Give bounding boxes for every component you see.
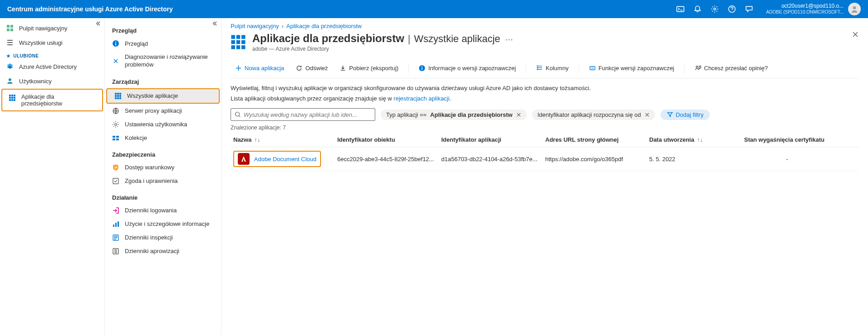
nav-all-services[interactable]: Wszystkie usługi	[0, 35, 104, 50]
sub-conditional-access[interactable]: Dostęp warunkowy	[105, 161, 221, 174]
svg-rect-33	[116, 139, 119, 140]
svg-rect-41	[236, 35, 241, 39]
apps-grid-icon	[114, 92, 122, 100]
svg-rect-26	[117, 97, 119, 99]
nav-dashboard[interactable]: Pulpit nawigacyjny	[0, 21, 104, 35]
svg-point-52	[537, 69, 538, 70]
refresh-button[interactable]: Odśwież	[291, 63, 332, 73]
nav-enterprise-apps[interactable]: Aplikacje dla przedsiębiorstw	[1, 89, 103, 111]
new-app-button[interactable]: Nowa aplikacja	[231, 63, 288, 73]
sub-usage[interactable]: Użycie i szczegółowe informacje	[105, 217, 221, 231]
th-url[interactable]: Adres URL strony głównej	[545, 136, 649, 143]
settings-icon[interactable]	[710, 5, 719, 14]
th-name[interactable]: Nazwa↑↓	[233, 136, 337, 143]
add-filter-button[interactable]: Dodaj filtry	[660, 110, 710, 120]
svg-rect-25	[115, 97, 117, 99]
download-button[interactable]: Pobierz (eksportuj)	[335, 63, 403, 73]
apps-table: Nazwa↑↓ Identyfikator obiektu Identyfika…	[231, 133, 859, 171]
proxy-icon	[112, 107, 119, 115]
preview-info-button[interactable]: Informacje o wersji zapoznawczej	[414, 63, 520, 73]
sub-audit[interactable]: Dzienniki inspekcji	[105, 231, 221, 244]
app-registrations-link[interactable]: rejestracjach aplikacji	[394, 95, 450, 102]
user-org: ADOBE (SPOD110.ONMICROSOFT...	[766, 9, 844, 15]
svg-point-54	[696, 66, 698, 68]
page-subtitle: adobe — Azure Active Directory	[252, 46, 513, 52]
avatar[interactable]	[848, 3, 861, 15]
main-content: Pulpit nawigacyjny › Aplikacje dla przed…	[222, 18, 868, 335]
usage-icon	[112, 220, 119, 228]
adobe-icon	[238, 153, 250, 165]
send-feedback-button[interactable]: Chcesz przesłać opinię?	[690, 63, 772, 73]
subnav-collapse-icon[interactable]	[212, 20, 217, 28]
cell-created: 5. 5. 2022	[649, 156, 744, 163]
search-box[interactable]	[231, 108, 375, 121]
notifications-icon[interactable]	[693, 5, 702, 14]
preview-features-button[interactable]: Funkcje wersji zapoznawczej	[585, 63, 679, 73]
toolbar: Nowa aplikacja Odśwież Pobierz (eksportu…	[231, 58, 859, 78]
sub-consent[interactable]: Zgoda i uprawnienia	[105, 174, 221, 188]
filter-row: Typ aplikacji == Aplikacje dla przedsięb…	[231, 108, 859, 121]
feedback-icon[interactable]	[745, 5, 754, 14]
sort-icon[interactable]: ↑↓	[254, 136, 260, 143]
more-actions-icon[interactable]: ⋯	[505, 34, 513, 44]
svg-rect-30	[113, 136, 115, 138]
svg-rect-24	[119, 95, 121, 97]
help-icon[interactable]	[727, 5, 736, 14]
svg-rect-36	[115, 223, 117, 227]
svg-rect-40	[231, 35, 235, 39]
topbar: Centrum administracyjne usługi Azure Act…	[0, 0, 868, 18]
svg-rect-4	[7, 25, 9, 28]
topbar-user[interactable]: oct20user1@spod110.o... ADOBE (SPOD110.O…	[766, 3, 861, 15]
sub-collections[interactable]: Kolekcje	[105, 131, 221, 145]
table-row[interactable]: Adobe Document Cloud 6ecc2029-abe3-44c5-…	[231, 147, 859, 171]
filter-pill-app-id[interactable]: Identyfikator aplikacji rozpoczyna się o…	[532, 110, 655, 120]
svg-rect-46	[231, 45, 235, 49]
breadcrumb-enterprise-apps[interactable]: Aplikacje dla przedsiębiorstw	[286, 23, 362, 29]
sub-all-apps[interactable]: Wszystkie aplikacje	[106, 88, 220, 104]
svg-point-8	[9, 78, 11, 81]
app-name-link[interactable]: Adobe Document Cloud	[254, 156, 316, 163]
cloud-shell-icon[interactable]	[676, 5, 685, 14]
sub-provisioning[interactable]: Dzienniki aprowizacji	[105, 244, 221, 258]
svg-rect-22	[115, 95, 117, 97]
columns-button[interactable]: Kolumny	[532, 63, 573, 73]
topbar-title: Centrum administracyjne usługi Azure Act…	[7, 5, 173, 13]
svg-rect-7	[10, 29, 13, 31]
svg-rect-42	[241, 35, 245, 39]
search-input[interactable]	[244, 111, 371, 118]
sub-diagnose[interactable]: Diagnozowanie i rozwiązywanie problemów	[105, 50, 221, 72]
sub-app-proxy[interactable]: Serwer proxy aplikacji	[105, 104, 221, 118]
result-count: Znalezione aplikacje: 7	[231, 124, 859, 131]
sub-user-settings[interactable]: Ustawienia użytkownika	[105, 118, 221, 131]
svg-rect-10	[11, 95, 13, 96]
sub-activity-header: Działanie	[105, 188, 221, 204]
nav-aad-label: Azure Active Directory	[19, 63, 77, 70]
th-object-id[interactable]: Identyfikator obiektu	[337, 136, 441, 143]
nav-collapse-icon[interactable]	[95, 20, 101, 28]
sub-overview[interactable]: Przegląd	[105, 37, 221, 50]
cell-app-id: d1a56703-db22-4104-a26d-53fb7e...	[441, 156, 545, 163]
remove-filter-icon[interactable]	[516, 112, 521, 117]
sort-icon[interactable]: ↑↓	[697, 136, 703, 143]
filter-icon	[667, 111, 673, 118]
nav-users[interactable]: Użytkownicy	[0, 74, 104, 88]
close-blade-icon[interactable]	[852, 31, 859, 40]
nav-aad[interactable]: Azure Active Directory	[0, 59, 104, 74]
nav-enterprise-apps-label: Aplikacje dla przedsiębiorstw	[21, 93, 96, 107]
list-icon	[6, 39, 14, 46]
th-cert[interactable]: Stan wygaśnięcia certyfikatu	[744, 136, 835, 143]
remove-filter-icon[interactable]	[645, 112, 650, 117]
th-created[interactable]: Data utworzenia↑↓	[649, 136, 744, 143]
svg-rect-48	[241, 45, 245, 49]
sub-signins[interactable]: Dzienniki logowania	[105, 204, 221, 217]
topbar-user-text: oct20user1@spod110.o... ADOBE (SPOD110.O…	[766, 3, 844, 15]
audit-icon	[112, 234, 119, 241]
breadcrumb-dashboard[interactable]: Pulpit nawigacyjny	[231, 23, 279, 29]
app-name-cell[interactable]: Adobe Document Cloud	[233, 151, 321, 167]
cell-cert: -	[744, 156, 835, 163]
filter-pill-app-type[interactable]: Typ aplikacji == Aplikacje dla przedsięb…	[381, 110, 527, 120]
gear-icon	[112, 121, 119, 128]
primary-nav: Pulpit nawigacyjny Wszystkie usługi ★ UL…	[0, 18, 105, 335]
svg-rect-21	[119, 93, 121, 95]
th-app-id[interactable]: Identyfikator aplikacji	[441, 136, 545, 143]
